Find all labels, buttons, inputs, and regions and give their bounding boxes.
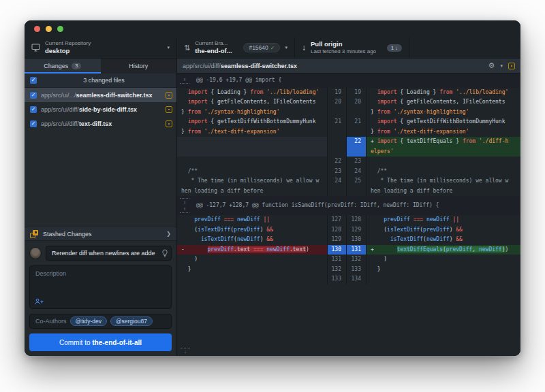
right-code-cell: * The time (in milliseconds) we allow w … — [367, 176, 520, 196]
new-line-number[interactable]: 22 — [346, 137, 367, 157]
branch-icon: ⇅ — [184, 44, 190, 52]
hunk-header: ↑@@ -19,6 +19,7 @@ import { — [177, 74, 520, 88]
repository-name: desktop — [45, 47, 162, 55]
commit-summary-input[interactable] — [46, 246, 172, 261]
coauthor-pill[interactable]: @tidy-dev — [70, 316, 107, 326]
close-window-button[interactable] — [34, 26, 40, 32]
file-checkbox[interactable]: ✓ — [30, 92, 37, 99]
titlebar — [25, 20, 520, 37]
file-checkbox[interactable]: ✓ — [30, 106, 37, 113]
right-code-cell: ) — [367, 255, 520, 265]
diff-file-path: app/src/ui/diff/seamless-diff-switcher.t… — [183, 63, 483, 69]
left-code-cell: import { Loading } from '../lib/loading' — [177, 88, 327, 98]
new-line-number[interactable]: 133 — [346, 265, 367, 275]
include-all-checkbox[interactable]: ✓ — [30, 77, 37, 84]
minimize-window-button[interactable] — [46, 26, 52, 32]
new-line-number[interactable]: 19 — [346, 88, 367, 98]
diff-row: isTextDiff(newDiff) &&129130 isTextDiff(… — [177, 235, 520, 245]
file-row[interactable]: ✓app/src/ui/diff/text-diff.tsx — [25, 116, 176, 131]
hunk-header-text: @@ -19,6 +19,7 @@ import { — [196, 76, 281, 86]
diff-row: (isTextDiff(prevDiff) &&128129 (isTextDi… — [177, 225, 520, 235]
diff-row: * The time (in milliseconds) we allow w … — [177, 176, 520, 196]
expand-down-button[interactable]: ↓ — [180, 198, 189, 205]
file-path-label: app/src/ui/.../seamless-diff-switcher.ts… — [41, 92, 161, 99]
left-code-cell: /** — [177, 167, 327, 177]
new-line-number[interactable]: 20 — [346, 97, 367, 117]
diff-row: }132133 } — [177, 265, 520, 275]
new-line-number[interactable]: 25 — [346, 176, 367, 196]
old-line-number[interactable] — [327, 137, 346, 157]
pull-origin-button[interactable]: ↓ Pull origin Last fetched 3 minutes ago… — [295, 37, 409, 58]
new-line-number[interactable]: 132 — [346, 255, 367, 265]
diff-row: 133134 — [177, 274, 520, 284]
current-repository-button[interactable]: Current Repository desktop ▾ — [25, 37, 177, 58]
new-line-number[interactable]: 129 — [346, 225, 367, 235]
old-line-number[interactable]: 22 — [327, 157, 346, 167]
tab-changes-label: Changes — [44, 63, 68, 69]
old-line-number[interactable]: 131 — [327, 255, 346, 265]
expand-down-button[interactable]: ↓ — [181, 348, 190, 355]
left-code-cell: prevDiff === newDiff || — [177, 215, 327, 225]
old-line-number[interactable]: 20 — [327, 97, 346, 117]
right-code-cell: import { getFileContents, IFileContents … — [367, 97, 520, 117]
file-row[interactable]: ✓app/src/ui/diff/side-by-side-diff.tsx — [25, 102, 176, 116]
file-row[interactable]: ✓app/src/ui/.../seamless-diff-switcher.t… — [25, 88, 176, 102]
old-line-number[interactable]: 128 — [327, 225, 346, 235]
old-line-number[interactable]: 23 — [327, 167, 346, 177]
tab-history-label: History — [129, 63, 148, 69]
file-path-label: app/src/ui/diff/text-diff.tsx — [41, 120, 161, 127]
left-code-cell: import { getTextDiffWithBottomDummyHunk … — [177, 117, 327, 137]
old-line-number[interactable]: 129 — [327, 235, 346, 245]
left-code-cell: ) — [177, 255, 327, 265]
add-coauthor-icon[interactable] — [35, 298, 44, 305]
left-code-cell: } — [177, 265, 327, 275]
chevron-down-icon: ▾ — [285, 45, 287, 50]
file-checkbox[interactable]: ✓ — [30, 120, 37, 127]
expand-up-button[interactable]: ↑ — [180, 206, 189, 213]
new-line-number[interactable]: 24 — [346, 167, 367, 177]
new-line-number[interactable]: 130 — [346, 235, 367, 245]
changed-files-list: ✓app/src/ui/.../seamless-diff-switcher.t… — [25, 88, 176, 131]
chevron-down-icon: ▾ — [167, 45, 170, 50]
old-line-number[interactable]: 21 — [327, 117, 346, 137]
old-line-number[interactable]: 24 — [327, 176, 346, 196]
left-code-cell: (isTextDiff(prevDiff) && — [177, 225, 327, 235]
new-line-number[interactable]: 134 — [346, 274, 367, 284]
pull-request-badge[interactable]: #15640 ✓ — [243, 43, 280, 52]
diff-row: - prevDiff.text === newDiff.text)130131+… — [177, 245, 520, 255]
tab-history[interactable]: History — [101, 59, 177, 74]
pull-origin-label: Pull origin — [311, 40, 382, 48]
chevron-right-icon: ❯ — [166, 231, 171, 237]
coauthors-label: Co-Authors — [35, 318, 67, 325]
new-line-number[interactable]: 131 — [346, 245, 367, 255]
old-line-number[interactable]: 132 — [327, 265, 346, 275]
old-line-number[interactable]: 133 — [327, 274, 346, 284]
tab-changes[interactable]: Changes 3 — [25, 59, 101, 74]
chevron-down-icon[interactable]: ▾ — [500, 63, 503, 69]
lightbulb-icon[interactable] — [161, 249, 168, 257]
old-line-number[interactable]: 127 — [327, 215, 346, 225]
diff-file-header: app/src/ui/diff/seamless-diff-switcher.t… — [177, 59, 520, 74]
current-branch-button[interactable]: ⇅ Current Bra... the-end-of... #15640 ✓ … — [177, 37, 295, 58]
commit-button-branch: the-end-of-it-all — [92, 339, 142, 346]
new-line-number[interactable]: 128 — [346, 215, 367, 225]
modified-status-icon — [508, 63, 515, 69]
coauthor-pill[interactable]: @sergiou87 — [110, 316, 153, 326]
right-code-cell: prevDiff === newDiff || — [367, 215, 520, 225]
expand-up-button[interactable]: ↑ — [180, 77, 189, 84]
old-line-number[interactable]: 19 — [327, 88, 346, 98]
avatar — [29, 247, 42, 259]
diff-row: 22+ import { textDiffEquals } from './di… — [177, 137, 520, 157]
diff-pane: app/src/ui/diff/seamless-diff-switcher.t… — [177, 59, 520, 356]
repository-label: Current Repository — [45, 40, 162, 47]
diff-options-gear-icon[interactable]: ⚙ — [488, 62, 495, 69]
old-line-number[interactable]: 130 — [327, 245, 346, 255]
commit-button[interactable]: Commit to the-end-of-it-all — [29, 333, 172, 351]
commit-description-input[interactable] — [30, 266, 171, 297]
zoom-window-button[interactable] — [57, 26, 63, 32]
stashed-changes-label: Stashed Changes — [43, 231, 161, 238]
new-line-number[interactable]: 21 — [346, 117, 367, 137]
stashed-changes-row[interactable]: Stashed Changes ❯ — [25, 227, 176, 241]
new-line-number[interactable]: 23 — [346, 157, 367, 167]
diff-row: 2223 — [177, 157, 520, 167]
